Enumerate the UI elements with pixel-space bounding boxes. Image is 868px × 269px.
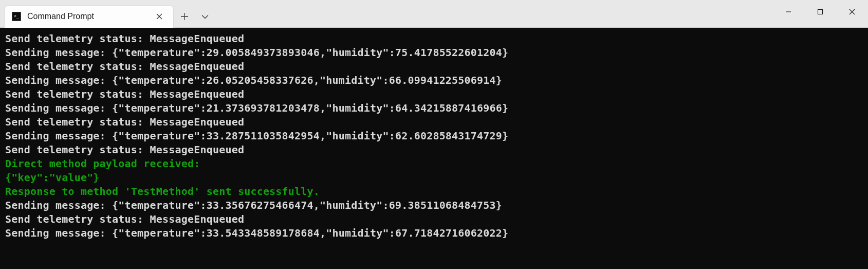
plus-icon xyxy=(181,13,188,20)
terminal-line: Send telemetry status: MessageEnqueued xyxy=(5,115,863,129)
close-icon xyxy=(156,13,162,20)
terminal-line: Send telemetry status: MessageEnqueued xyxy=(5,87,863,101)
close-window-button[interactable] xyxy=(836,0,868,24)
terminal-line: Response to method 'TestMethod' sent suc… xyxy=(5,185,863,199)
terminal-line: Send telemetry status: MessageEnqueued xyxy=(5,32,863,46)
minimize-icon xyxy=(785,9,791,15)
close-icon xyxy=(849,9,855,15)
new-tab-button[interactable] xyxy=(174,5,195,28)
terminal-line: Sending message: {"temperature":26.05205… xyxy=(5,74,863,87)
terminal-output[interactable]: Send telemetry status: MessageEnqueuedSe… xyxy=(0,28,868,269)
tab-title: Command Prompt xyxy=(27,12,153,21)
close-tab-button[interactable] xyxy=(153,10,166,23)
terminal-line: Sending message: {"temperature":29.00584… xyxy=(5,46,863,60)
minimize-button[interactable] xyxy=(772,0,804,24)
tab-active[interactable]: Command Prompt xyxy=(4,5,174,28)
terminal-line: Sending message: {"temperature":21.37369… xyxy=(5,101,863,115)
window-controls xyxy=(772,0,868,24)
maximize-icon xyxy=(817,9,823,15)
svg-rect-0 xyxy=(818,10,823,14)
terminal-line: {"key":"value"} xyxy=(5,171,863,185)
tab-dropdown-button[interactable] xyxy=(194,5,216,28)
titlebar: Command Prompt xyxy=(0,0,868,28)
terminal-line: Sending message: {"temperature":33.35676… xyxy=(5,199,863,212)
terminal-line: Send telemetry status: MessageEnqueued xyxy=(5,60,863,74)
terminal-line: Direct method payload received: xyxy=(5,157,863,171)
cmd-icon xyxy=(12,12,21,21)
chevron-down-icon xyxy=(201,13,209,20)
terminal-line: Send telemetry status: MessageEnqueued xyxy=(5,212,863,226)
terminal-line: Sending message: {"temperature":33.54334… xyxy=(5,226,863,240)
terminal-line: Sending message: {"temperature":33.28751… xyxy=(5,129,863,143)
maximize-button[interactable] xyxy=(804,0,836,24)
terminal-line: Send telemetry status: MessageEnqueued xyxy=(5,143,863,157)
